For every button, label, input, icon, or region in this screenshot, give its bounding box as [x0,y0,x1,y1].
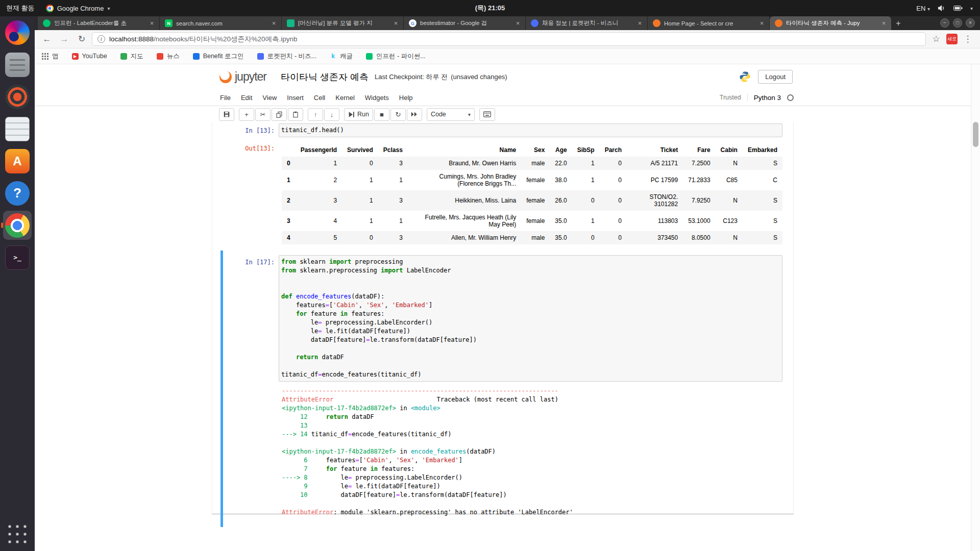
apps-grid-icon [42,53,48,60]
keyboard-layout-indicator[interactable]: EN ▾ [916,5,930,12]
battery-icon[interactable] [953,5,963,11]
code-editor[interactable]: from sklearn import preprocessingfrom sk… [279,255,782,382]
scrollbar-thumb[interactable] [973,122,978,147]
keyboard-icon [483,111,491,117]
notebook-title[interactable]: 타이타닉 생존자 예측 [281,71,369,83]
bookmark-benefit[interactable]: Benefit 로그인 [193,52,244,61]
menu-cell[interactable]: Cell [309,90,330,106]
menu-file[interactable]: File [215,90,236,106]
code-cell-2-selected[interactable]: In [17]: from sklearn import preprocessi… [220,251,793,527]
page-scrollbar[interactable] [971,64,980,551]
address-bar[interactable]: localhost:8888/notebooks/타이타닉%20생존자%20예측… [92,32,926,46]
bookmark-label: Benefit 로그인 [203,52,244,61]
logout-button[interactable]: Logout [758,70,793,84]
app-menu[interactable]: Google Chrome ▾ [46,5,110,12]
bookmark-label: 뉴스 [167,52,180,61]
maximize-button[interactable]: □ [953,18,962,28]
bookmark-star-icon[interactable]: ☆ [929,32,943,46]
bookmark-apps[interactable]: 앱 [42,52,59,61]
interrupt-kernel-button[interactable]: ■ [374,108,389,121]
browser-tab[interactable]: 채용 정보 | 로켓펀치 - 비즈니× [526,16,648,30]
browser-tab[interactable]: Gbestestimator - Google 검× [404,16,526,30]
back-icon[interactable]: ← [40,32,54,46]
menu-help[interactable]: Help [394,90,418,106]
blog-favicon [287,19,295,27]
reload-icon[interactable]: ↻ [75,32,89,46]
dock-editor-icon[interactable] [0,113,35,145]
dock-files-icon[interactable] [0,48,35,81]
dock-software-icon[interactable]: A [0,145,35,177]
dataframe-table: PassengerIdSurvivedPclassNameSexAgeSibSp… [282,143,782,244]
menu-view[interactable]: View [257,90,282,106]
notebook-toolbar: + ✂ ↑ ↓ Run [35,106,971,122]
fast-forward-icon [411,111,418,117]
table-header-cell: Embarked [743,143,782,157]
kaggle-icon: k [330,53,336,60]
dock-chrome-icon[interactable] [0,209,35,241]
rocketpunch-icon [257,53,264,60]
bookmark-rocketpunch[interactable]: 로켓펀치 - 비즈... [257,52,317,61]
code-cell-1: In [13]: titanic_df.head() [212,122,793,137]
browser-tab[interactable]: 인프런 - LabelEncoder를 초× [38,16,160,30]
inflearn-icon [366,53,373,60]
tab-close-icon[interactable]: × [392,19,400,27]
tab-close-icon[interactable]: × [880,19,888,27]
browser-tab[interactable]: Nsearch.naver.com× [160,16,282,30]
notebook: In [13]: titanic_df.head() Out[13]: Pass… [212,122,794,514]
bookmark-news[interactable]: 뉴스 [157,52,180,61]
tab-close-icon[interactable]: × [270,19,278,27]
restart-kernel-button[interactable]: ↻ [390,108,406,121]
show-applications-icon[interactable] [6,522,29,546]
run-button[interactable]: Run [344,108,373,121]
page-info-icon[interactable] [97,35,105,43]
move-cell-up-button[interactable]: ↑ [308,108,323,121]
table-header-cell: Fare [683,143,715,157]
move-cell-down-button[interactable]: ↓ [324,108,339,121]
cell-type-select[interactable]: Code ▾ [427,108,475,121]
command-palette-button[interactable] [479,108,495,121]
dock-firefox-icon[interactable] [0,16,35,48]
menu-insert[interactable]: Insert [282,90,309,106]
bookmark-inflearn[interactable]: 인프런 - 파이썬... [366,52,426,61]
tab-close-icon[interactable]: × [148,19,156,27]
menu-widgets[interactable]: Widgets [360,90,394,106]
browser-menu-icon[interactable]: ⋮ [961,32,975,46]
dock-help-icon[interactable]: ? [0,177,35,209]
dock-terminal-icon[interactable]: >_ [0,241,35,273]
tab-close-icon[interactable]: × [758,19,766,27]
activities-button[interactable]: 현재 활동 [6,4,35,13]
bookmark-maps[interactable]: 지도 [120,52,143,61]
insert-cell-button[interactable]: + [239,108,254,121]
bookmark-kaggle[interactable]: k캐글 [330,52,353,61]
browser-tab[interactable]: Home Page - Select or cre× [648,16,770,30]
forward-icon[interactable]: → [57,32,71,46]
system-menu-chevron-icon[interactable]: ▾ [970,6,973,11]
cut-cell-button[interactable]: ✂ [255,108,271,121]
system-clock[interactable]: (목) 21:05 [475,4,505,13]
table-row: 0103Braund, Mr. Owen Harrismale22.010A/5… [282,157,782,170]
chrome-icon [46,5,54,12]
dock-rhythmbox-icon[interactable] [0,81,35,113]
minimize-button[interactable]: − [940,18,949,28]
bookmark-youtube[interactable]: ▶YouTube [72,53,107,60]
extension-icon[interactable]: 새로 [946,34,958,44]
menu-edit[interactable]: Edit [236,90,257,106]
tab-close-icon[interactable]: × [514,19,522,27]
tab-close-icon[interactable]: × [636,19,644,27]
close-button[interactable]: × [966,18,975,28]
volume-icon[interactable] [938,5,946,12]
restart-run-all-button[interactable] [407,108,422,121]
save-button[interactable] [219,108,234,121]
chevron-down-icon: ▾ [927,6,930,12]
bookmark-label: 캐글 [340,52,353,61]
code-editor[interactable]: titanic_df.head() [279,123,782,137]
news-icon [157,53,163,60]
browser-tab[interactable]: [머신러닝] 분류 모델 평가 지× [282,16,404,30]
jupyter-logo[interactable]: jupyter [212,70,266,84]
menu-kernel[interactable]: Kernel [330,90,360,106]
browser-tab[interactable]: 타이타닉 생존자 예측 - Jupy× [770,16,892,30]
new-tab-button[interactable]: + [892,17,905,30]
copy-cell-button[interactable] [272,108,287,121]
chevron-down-icon: ▾ [107,6,110,11]
paste-cell-button[interactable] [288,108,303,121]
